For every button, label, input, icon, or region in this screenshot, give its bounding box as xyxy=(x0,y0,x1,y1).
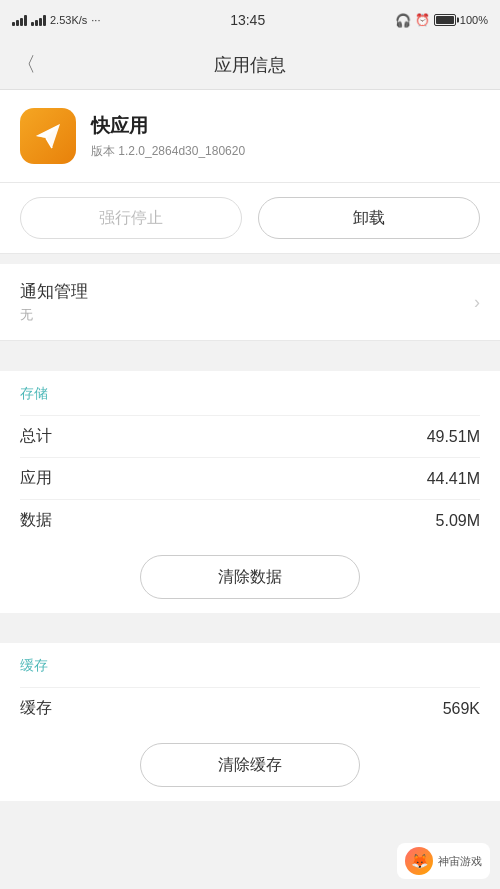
watermark-emoji: 🦊 xyxy=(411,853,428,869)
storage-section-title: 存储 xyxy=(20,385,480,403)
status-time: 13:45 xyxy=(230,12,265,28)
clear-data-button[interactable]: 清除数据 xyxy=(140,555,360,599)
notification-section[interactable]: 通知管理 无 › xyxy=(0,264,500,341)
storage-row-app: 应用 44.41M xyxy=(20,457,480,499)
storage-section: 存储 总计 49.51M 应用 44.41M 数据 5.09M xyxy=(0,371,500,541)
status-right: 🎧 ⏰ 100% xyxy=(395,13,488,28)
storage-value-app: 44.41M xyxy=(427,470,480,488)
storage-row-data: 数据 5.09M xyxy=(20,499,480,541)
signal-icon-2 xyxy=(31,14,46,26)
cache-label: 缓存 xyxy=(20,698,52,719)
uninstall-button[interactable]: 卸载 xyxy=(258,197,480,239)
gap-1 xyxy=(0,254,500,264)
storage-label-data: 数据 xyxy=(20,510,52,531)
clear-data-wrap: 清除数据 xyxy=(0,541,500,613)
cache-row: 缓存 569K xyxy=(20,687,480,729)
storage-value-total: 49.51M xyxy=(427,428,480,446)
battery-icon xyxy=(434,14,456,26)
gap-4 xyxy=(0,613,500,623)
storage-label-app: 应用 xyxy=(20,468,52,489)
watermark-logo: 🦊 xyxy=(405,847,433,875)
top-navigation: 〈 应用信息 xyxy=(0,40,500,90)
cache-section: 缓存 缓存 569K xyxy=(0,643,500,729)
app-version: 版本 1.2.0_2864d30_180620 xyxy=(91,143,245,160)
main-content: 快应用 版本 1.2.0_2864d30_180620 强行停止 卸载 通知管理… xyxy=(0,90,500,889)
battery-percent: 100% xyxy=(460,14,488,26)
storage-value-data: 5.09M xyxy=(436,512,480,530)
storage-label-total: 总计 xyxy=(20,426,52,447)
gap-5 xyxy=(0,623,500,633)
notification-title: 通知管理 xyxy=(20,280,88,303)
paper-plane-icon xyxy=(32,120,64,152)
gap-2 xyxy=(0,341,500,351)
page-title: 应用信息 xyxy=(214,53,286,77)
ellipsis: ··· xyxy=(91,14,100,26)
storage-row-total: 总计 49.51M xyxy=(20,415,480,457)
watermark: 🦊 神宙游戏 xyxy=(397,843,490,879)
status-left: 2.53K/s ··· xyxy=(12,14,100,26)
chevron-right-icon: › xyxy=(474,292,480,313)
status-bar: 2.53K/s ··· 13:45 🎧 ⏰ 100% xyxy=(0,0,500,40)
action-buttons-row: 强行停止 卸载 xyxy=(0,183,500,254)
cache-section-title: 缓存 xyxy=(20,657,480,675)
watermark-text: 神宙游戏 xyxy=(438,854,482,869)
app-name: 快应用 xyxy=(91,113,245,139)
app-info-card: 快应用 版本 1.2.0_2864d30_180620 xyxy=(0,90,500,183)
back-button[interactable]: 〈 xyxy=(16,51,36,78)
app-details: 快应用 版本 1.2.0_2864d30_180620 xyxy=(91,113,245,160)
battery-fill xyxy=(436,16,454,24)
clear-cache-button[interactable]: 清除缓存 xyxy=(140,743,360,787)
force-stop-button[interactable]: 强行停止 xyxy=(20,197,242,239)
alarm-icon: ⏰ xyxy=(415,13,430,27)
clear-cache-wrap: 清除缓存 xyxy=(0,729,500,801)
app-icon xyxy=(20,108,76,164)
cache-value: 569K xyxy=(443,700,480,718)
signal-icon xyxy=(12,14,27,26)
notification-left: 通知管理 无 xyxy=(20,280,88,324)
headphone-icon: 🎧 xyxy=(395,13,411,28)
network-speed: 2.53K/s xyxy=(50,14,87,26)
notification-subtitle: 无 xyxy=(20,306,88,324)
gap-3 xyxy=(0,351,500,361)
